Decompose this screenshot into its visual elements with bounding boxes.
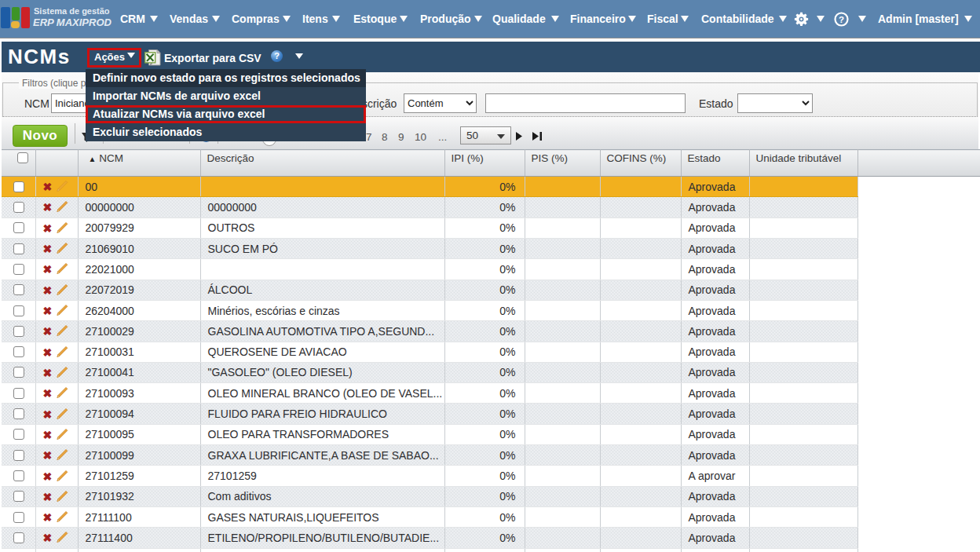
svg-text:?: ? bbox=[839, 15, 844, 24]
